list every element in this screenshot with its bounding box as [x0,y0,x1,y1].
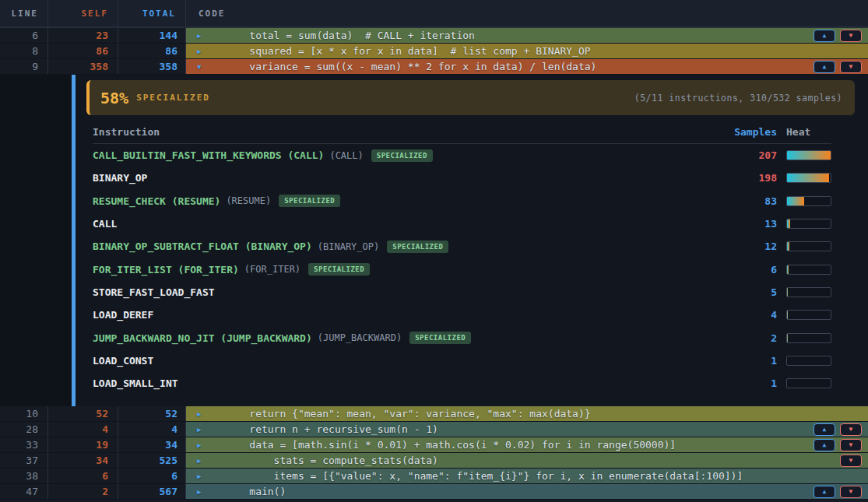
self-samples: 23 [48,28,118,43]
nav-buttons: ▲▼ [814,439,862,451]
code-cell[interactable]: ▶ return n + recursive_sum(n - 1)▲▼ [186,422,868,437]
expand-arrow-icon[interactable]: ▶ [197,32,208,40]
column-header-code: CODE [186,0,868,26]
nav-buttons: ▲▼ [814,61,862,73]
self-samples: 86 [48,44,118,58]
line-number: 37 [0,453,48,468]
code-text: stats = compute_stats(data) [225,455,438,466]
code-rows-bottom: 105252▶ return {"mean": mean, "var": var… [0,406,868,500]
self-samples: 6 [48,469,118,483]
line-number: 47 [0,484,48,499]
instruction-name: LOAD_DEREF [93,309,153,321]
code-cell[interactable]: ▶ stats = compute_stats(data)▼ [186,453,868,468]
instruction-row: STORE_FAST_LOAD_FAST5 [93,281,831,304]
instruction-base-opcode: (FOR_ITER) [244,264,300,275]
heat-bar [786,333,831,343]
nav-up-button[interactable]: ▲ [814,61,835,73]
instruction-row: FOR_ITER_LIST (FOR_ITER)(FOR_ITER)SPECIA… [93,258,831,280]
total-samples: 86 [118,44,186,58]
heat-bar [786,173,831,183]
heat-bar [786,265,831,275]
instruction-name: CALL_BUILTIN_FAST_WITH_KEYWORDS (CALL) [93,149,324,161]
instruction-name: BINARY_OP_SUBTRACT_FLOAT (BINARY_OP) [93,240,312,252]
total-samples: 6 [118,469,186,483]
instruction-name: CALL [93,218,117,230]
self-samples: 19 [48,437,118,452]
heat-bar-fill [787,288,788,297]
code-row: 2844▶ return n + recursive_sum(n - 1)▲▼ [0,422,868,437]
code-cell[interactable]: ▶ total = sum(data) # CALL + iteration▲▼ [186,28,868,43]
code-cell[interactable]: ▶ data = [math.sin(i * 0.01) + math.cos(… [186,437,868,452]
code-text: main() [225,486,286,497]
line-number: 28 [0,422,48,437]
expand-arrow-icon[interactable]: ▶ [197,441,208,449]
code-row: 623144▶ total = sum(data) # CALL + itera… [0,28,868,44]
code-row: 9358358▼ variance = sum((x - mean) ** 2 … [0,59,868,75]
nav-up-button[interactable]: ▲ [814,439,835,451]
code-text: total = sum(data) # CALL + iteration [225,30,475,41]
heat-bar [786,378,831,388]
code-text: data = [math.sin(i * 0.01) + math.cos(i … [225,439,676,451]
heat-bar [786,196,831,206]
nav-down-button[interactable]: ▼ [840,30,862,42]
code-cell[interactable]: ▶ return {"mean": mean, "var": variance,… [186,406,868,421]
expand-arrow-icon[interactable]: ▶ [197,457,208,465]
nav-buttons: ▲▼ [814,30,862,42]
nav-down-button[interactable]: ▼ [840,455,862,467]
code-cell[interactable]: ▼ variance = sum((x - mean) ** 2 for x i… [186,59,868,74]
code-text: variance = sum((x - mean) ** 2 for x in … [225,61,596,72]
nav-down-button[interactable]: ▼ [840,61,862,73]
expand-arrow-icon[interactable]: ▶ [197,47,208,55]
heat-bar [786,287,831,297]
instruction-name: JUMP_BACKWARD_NO_JIT (JUMP_BACKWARD) [93,332,312,344]
code-cell[interactable]: ▶ main()▲▼ [186,484,868,499]
heat-bar [786,219,831,229]
heat-bar [786,310,831,320]
nav-buttons: ▲▼ [814,486,862,498]
code-cell[interactable]: ▶ squared = [x * x for x in data] # list… [186,44,868,58]
instruction-row: JUMP_BACKWARD_NO_JIT (JUMP_BACKWARD)(JUM… [93,326,831,349]
code-text: items = [{"value": x, "name": f"item_{i}… [225,470,743,482]
sample-count: 2 [722,332,777,344]
instruction-name: LOAD_CONST [93,355,153,367]
self-samples: 34 [48,453,118,468]
nav-up-button[interactable]: ▲ [814,423,835,436]
collapse-arrow-icon[interactable]: ▼ [197,63,208,71]
heat-bar [786,241,831,251]
self-samples: 52 [48,406,118,421]
sample-count: 4 [722,309,777,321]
heat-bar-fill [787,242,789,251]
nav-up-button[interactable]: ▲ [814,486,835,498]
code-text: squared = [x * x for x in data] # list c… [225,45,591,57]
instruction-name: LOAD_SMALL_INT [93,377,178,389]
specialized-badge: SPECIALIZED [409,332,471,344]
sample-count: 83 [722,195,777,207]
heat-bar [786,150,831,160]
line-number: 10 [0,406,48,421]
nav-down-button[interactable]: ▼ [840,439,862,451]
expand-arrow-icon[interactable]: ▶ [197,488,208,496]
table-header: LINE SELF TOTAL CODE [0,0,868,28]
instruction-row: CALL13 [93,212,831,235]
instruction-base-opcode: (JUMP_BACKWARD) [318,332,402,343]
instruction-base-opcode: (RESUME) [226,195,271,206]
expand-arrow-icon[interactable]: ▶ [197,426,208,434]
expand-arrow-icon[interactable]: ▶ [197,472,208,480]
column-header-instruction: Instruction [93,126,160,138]
code-text: return n + recursive_sum(n - 1) [225,423,438,435]
total-samples: 358 [118,59,186,74]
code-row: 472567▶ main()▲▼ [0,484,868,500]
code-cell[interactable]: ▶ items = [{"value": x, "name": f"item_{… [186,469,868,483]
specialized-badge: SPECIALIZED [371,149,433,162]
column-header-samples[interactable]: Samples [722,126,777,138]
total-samples: 567 [118,484,186,499]
nav-down-button[interactable]: ▼ [840,423,862,436]
instruction-row: BINARY_OP198 [93,167,831,189]
nav-up-button[interactable]: ▲ [814,30,835,42]
code-row: 3866▶ items = [{"value": x, "name": f"it… [0,469,868,484]
heat-bar-fill [787,151,831,160]
sample-count: 207 [722,149,777,161]
expand-arrow-icon[interactable]: ▶ [197,410,208,418]
nav-down-button[interactable]: ▼ [840,486,862,498]
total-samples: 525 [118,453,186,468]
